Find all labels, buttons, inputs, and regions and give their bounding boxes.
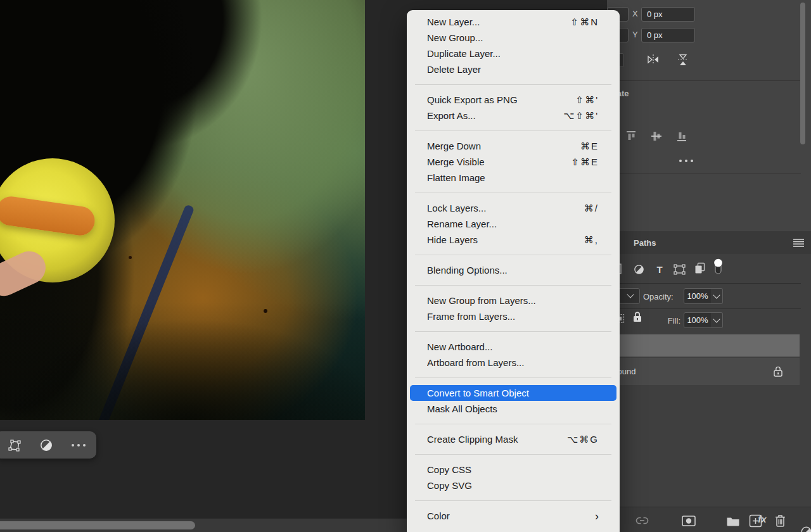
menu-separator <box>415 500 611 501</box>
adjustment-filter-icon[interactable] <box>634 264 644 275</box>
menu-item-label: Mask All Objects <box>427 403 599 414</box>
transform-icon[interactable] <box>4 431 25 459</box>
link-layers-icon[interactable] <box>635 515 649 526</box>
menu-item-rename-layer[interactable]: Rename Layer... <box>410 216 616 232</box>
menu-item-label: Copy CSS <box>427 464 599 475</box>
align-top-edges-icon[interactable] <box>625 130 637 142</box>
menu-item-artboard-from-layers[interactable]: Artboard from Layers... <box>410 355 616 370</box>
menu-item-copy-css[interactable]: Copy CSS <box>410 462 616 478</box>
smart-object-filter-icon[interactable] <box>694 262 705 274</box>
canvas-image[interactable] <box>0 0 365 420</box>
menu-separator <box>415 454 611 455</box>
more-options-icon[interactable] <box>677 157 696 165</box>
x-input[interactable]: 0 px <box>641 7 695 22</box>
contextual-task-bar <box>0 431 96 459</box>
menu-item-new-group[interactable]: New Group... <box>410 30 616 46</box>
menu-item-convert-to-smart-object[interactable]: Convert to Smart Object <box>410 385 616 401</box>
menu-item-label: Export As... <box>427 110 563 121</box>
menu-item-quick-export-as-png[interactable]: Quick Export as PNG⇧⌘' <box>410 92 616 108</box>
menu-item-label: Create Clipping Mask <box>427 434 567 445</box>
menu-separator <box>415 331 611 332</box>
menu-separator <box>415 255 611 255</box>
photo-shadow <box>0 0 365 420</box>
menu-item-frame-from-layers[interactable]: Frame from Layers... <box>410 308 616 324</box>
vertical-scrollbar-thumb[interactable] <box>800 3 805 144</box>
hamburger-menu-icon[interactable] <box>793 239 804 247</box>
shape-filter-icon[interactable] <box>674 264 686 275</box>
opacity-value[interactable]: 100% <box>684 288 712 304</box>
menu-item-shortcut: ⌥⌘G <box>567 434 599 445</box>
menu-item-new-layer[interactable]: New Layer...⇧⌘N <box>410 14 616 30</box>
type-filter-icon[interactable]: T <box>654 263 665 276</box>
menu-item-color[interactable]: Color› <box>410 508 616 524</box>
menu-item-label: Rename Layer... <box>427 218 599 229</box>
fill-dropdown[interactable] <box>711 312 723 328</box>
menu-item-merge-down[interactable]: Merge Down⌘E <box>410 138 616 154</box>
menu-item-blending-options[interactable]: Blending Options... <box>410 262 616 278</box>
new-layer-icon[interactable] <box>749 514 762 528</box>
menu-item-label: Convert to Smart Object <box>427 388 599 398</box>
menu-separator <box>415 193 611 193</box>
opacity-label: Opacity: <box>643 292 674 301</box>
menu-item-merge-visible[interactable]: Merge Visible⇧⌘E <box>410 154 616 170</box>
menu-item-create-clipping-mask[interactable]: Create Clipping Mask⌥⌘G <box>410 431 616 447</box>
layer-group-icon[interactable] <box>726 516 740 526</box>
more-options-icon[interactable] <box>66 431 91 459</box>
align-vertical-centers-icon[interactable] <box>650 130 663 142</box>
x-label: X <box>632 9 638 18</box>
menu-separator <box>415 424 611 424</box>
panel-tab-bar: Paths <box>607 231 811 255</box>
menu-item-delete-layer[interactable]: Delete Layer <box>410 61 616 77</box>
divider <box>607 80 801 81</box>
menu-item-label: Copy SVG <box>427 480 599 491</box>
divider <box>607 283 801 284</box>
context-menu: New Layer...⇧⌘NNew Group...Duplicate Lay… <box>407 10 620 532</box>
menu-item-mask-all-objects[interactable]: Mask All Objects <box>410 401 616 417</box>
menu-item-label: Merge Down <box>427 141 580 151</box>
menu-item-label: Duplicate Layer... <box>427 48 599 59</box>
horizontal-scrollbar-thumb[interactable] <box>0 521 195 529</box>
divider <box>607 308 801 309</box>
menu-item-shortcut: ⇧⌘E <box>571 156 599 168</box>
menu-item-flatten-image[interactable]: Flatten Image <box>410 170 616 186</box>
menu-item-shortcut: ⌘, <box>584 234 599 246</box>
menu-item-new-artboard[interactable]: New Artboard... <box>410 339 616 355</box>
menu-item-shortcut: ⇧⌘' <box>576 94 599 106</box>
menu-separator <box>415 377 611 378</box>
right-panel: X 0 px Y 0 px Rotate Paths <box>607 0 811 532</box>
flip-horizontal-icon[interactable] <box>646 53 660 66</box>
lock-icon <box>773 365 783 377</box>
opacity-dropdown[interactable] <box>711 288 723 304</box>
menu-item-label: Quick Export as PNG <box>427 94 576 105</box>
menu-item-export-as[interactable]: Export As...⌥⇧⌘' <box>410 108 616 124</box>
menu-separator <box>415 285 611 286</box>
menu-item-shortcut: ⇧⌘N <box>571 16 599 28</box>
menu-item-label: New Layer... <box>427 16 571 27</box>
menu-item-copy-svg[interactable]: Copy SVG <box>410 478 616 493</box>
delete-layer-icon[interactable] <box>774 514 786 528</box>
menu-item-label: New Group from Layers... <box>427 295 599 306</box>
menu-item-label: Artboard from Layers... <box>427 357 599 368</box>
photoshop-window: X 0 px Y 0 px Rotate Paths <box>0 0 811 532</box>
filter-toggle[interactable] <box>713 258 723 275</box>
adjustments-icon[interactable] <box>35 431 57 459</box>
menu-item-shortcut: ⌘E <box>580 141 599 152</box>
menu-item-label: Flatten Image <box>427 172 599 183</box>
flip-vertical-icon[interactable] <box>677 53 689 66</box>
y-input[interactable]: 0 px <box>641 28 695 42</box>
tab-paths[interactable]: Paths <box>625 231 665 254</box>
menu-item-shortcut: ⌥⇧⌘' <box>563 110 599 122</box>
lock-all-icon[interactable] <box>632 311 642 323</box>
menu-item-duplicate-layer[interactable]: Duplicate Layer... <box>410 46 616 61</box>
menu-item-label: Blending Options... <box>427 265 599 276</box>
menu-item-lock-layers[interactable]: Lock Layers...⌘/ <box>410 200 616 216</box>
menu-item-label: Merge Visible <box>427 156 571 167</box>
layer-mask-icon[interactable] <box>682 516 696 526</box>
menu-item-new-group-from-layers[interactable]: New Group from Layers... <box>410 293 616 308</box>
menu-item-hide-layers[interactable]: Hide Layers⌘, <box>410 232 616 248</box>
fill-value[interactable]: 100% <box>684 312 712 328</box>
fill-label: Fill: <box>663 316 680 326</box>
menu-separator <box>415 130 611 131</box>
align-bottom-edges-icon[interactable] <box>675 130 688 142</box>
menu-item-label: Lock Layers... <box>427 203 584 213</box>
